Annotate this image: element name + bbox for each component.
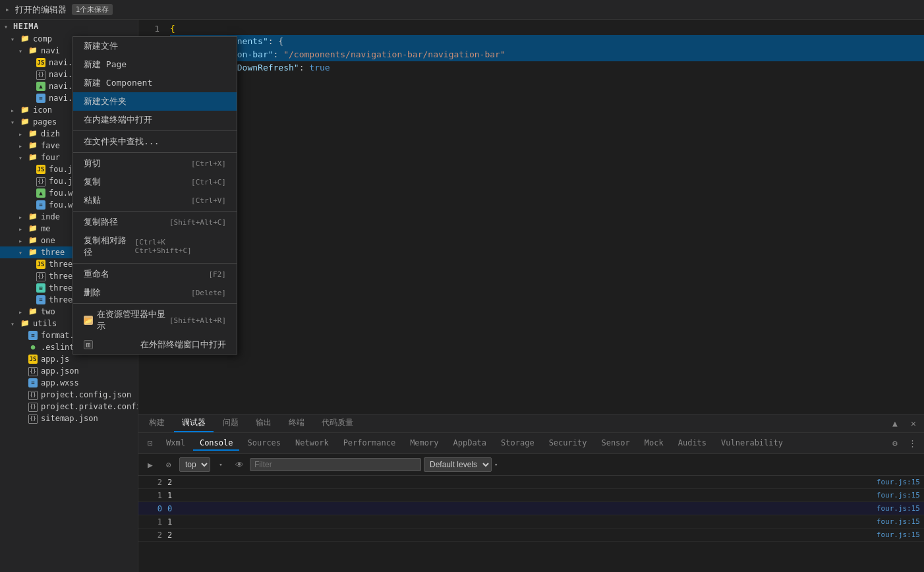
code-content[interactable]: { "usingComponents": { "navigation-bar":… [165,20,924,414]
console-filter-input[interactable] [250,458,421,471]
devtools-tab-audits[interactable]: Audits [672,436,713,451]
folder-icon: 📁 [28,153,38,162]
ctx-copy[interactable]: 复制 [Ctrl+C] [73,173,237,191]
ctx-copy-shortcut: [Ctrl+C] [191,178,226,186]
folder-icon: 📁 [28,224,38,233]
icon-label: icon [33,105,52,115]
editor-area: 1 2 3 { "usingComponents": { "navigation… [138,20,924,414]
ctx-sep-3 [73,211,237,212]
console-run-btn[interactable]: ▶ [142,457,158,472]
sidebar-item-app-wxss[interactable]: ≡ app.wxss [0,377,138,389]
devtools-tab-mock[interactable]: Mock [638,436,670,451]
console-toolbar: ▶ ⊘ top ▾ 👁 Default levels ▾ [138,454,924,476]
ctx-open-external-terminal[interactable]: ⊞ 在外部终端窗口中打开 [73,335,237,354]
console-levels-select[interactable]: Default levels [424,457,492,472]
json-icon: {} [36,70,46,79]
panel-collapse-btn[interactable]: ▲ [887,416,903,432]
ctx-new-page[interactable]: 新建 Page [73,55,237,74]
ctx-reveal-icon: 📂 [84,316,93,325]
folder-icon: 📁 [28,307,38,316]
js-icon: JS [36,260,46,269]
fave-label: fave [41,141,60,150]
devtools-tab-vulnerability[interactable]: Vulnerability [714,436,790,451]
ctx-new-file-label: 新建文件 [84,40,118,52]
ctx-paste[interactable]: 粘贴 [Ctrl+V] [73,191,237,210]
tab-debugger[interactable]: 调试器 [174,415,214,432]
console-top-select[interactable]: top [179,457,210,472]
console-row-source-2[interactable]: four.js:15 [877,491,920,500]
ctx-new-folder[interactable]: 新建文件夹 [73,92,237,111]
devtools-tab-sources[interactable]: Sources [241,436,287,451]
ctx-cut[interactable]: 剪切 [Ctrl+X] [73,154,237,173]
ctx-reveal-explorer[interactable]: 📂 在资源管理器中显示 [Shift+Alt+R] [73,305,237,335]
ctx-delete-shortcut: [Delete] [191,289,226,297]
console-row-source-4[interactable]: four.js:15 [877,517,920,526]
console-row-1: 2 2 four.js:15 [138,476,924,489]
console-eye-btn[interactable]: 👁 [231,457,247,472]
dizh-label: dizh [41,129,60,138]
console-row-linenum-2: 1 [142,491,162,500]
folder-icon: 📁 [20,319,30,328]
ctx-new-component[interactable]: 新建 Component [73,74,237,92]
devtools-tab-network[interactable]: Network [289,436,335,451]
console-dropdown-btn[interactable]: ▾ [213,457,229,472]
ctx-rename[interactable]: 重命名 [F2] [73,265,237,283]
devtools-tab-wxml[interactable]: Wxml [159,436,192,451]
heima-arrow [4,23,12,30]
devtools-tab-appdata[interactable]: AppData [446,436,493,451]
ctx-reveal-label: 在资源管理器中显示 [97,308,169,332]
ctx-open-terminal[interactable]: 在内建终端中打开 [73,111,237,129]
console-row-source-5[interactable]: four.js:15 [877,530,920,539]
two-label: two [41,307,55,316]
tab-issues[interactable]: 问题 [215,415,246,432]
ctx-find-in-folder[interactable]: 在文件夹中查找... [73,132,237,151]
heima-label: HEIMA [13,22,39,31]
console-row-linenum-4: 1 [142,517,162,527]
comp-arrow [11,36,18,43]
wxml-icon: ▲ [36,82,46,91]
devtools-more-btn[interactable]: ⋮ [904,436,920,451]
ctx-delete[interactable]: 删除 [Delete] [73,283,237,302]
sidebar-item-sitemap[interactable]: {} sitemap.json [0,413,138,424]
console-block-btn[interactable]: ⊘ [161,457,177,472]
js-icon: JS [28,355,38,364]
ctx-copy-relative-label: 复制相对路径 [84,235,135,258]
console-row-source-3[interactable]: four.js:15 [877,504,920,513]
tab-quality[interactable]: 代码质量 [314,415,361,432]
devtools-tab-memory[interactable]: Memory [403,436,445,451]
sidebar-item-project-config[interactable]: {} project.config.json [0,389,138,401]
devtools-tab-security[interactable]: Security [542,436,594,451]
ctx-find-label: 在文件夹中查找... [84,136,159,148]
folder-icon: 📁 [28,129,38,138]
tab-output[interactable]: 输出 [248,415,279,432]
console-row-source-1[interactable]: four.js:15 [877,478,920,486]
tab-terminal[interactable]: 终端 [281,415,312,432]
devtools-settings-btn[interactable]: ⚙ [887,436,903,451]
code-line-1: { [170,22,924,35]
project-private-label: project.private.config.js... [41,402,138,411]
tab-build[interactable]: 构建 [141,415,173,432]
devtools-tab-storage[interactable]: Storage [494,436,541,451]
navi-arrow [18,47,26,55]
devtools-inspect-btn[interactable]: ⊡ [142,436,158,451]
console-row-val-2: 1 [167,491,877,500]
devtools-tab-console[interactable]: Console [193,436,240,451]
folder-icon: 📁 [28,248,38,257]
devtools-tab-performance[interactable]: Performance [337,436,402,451]
ctx-copy-relative-path[interactable]: 复制相对路径 [Ctrl+K Ctrl+Shift+C] [73,231,237,262]
sidebar-item-app-js[interactable]: JS app.js [0,353,138,365]
console-output[interactable]: 2 2 four.js:15 1 1 four.js:15 0 0 four.j… [138,476,924,572]
ctx-new-file[interactable]: 新建文件 [73,37,237,55]
panel-more-btn[interactable]: ✕ [906,416,921,432]
sidebar-item-project-private[interactable]: {} project.private.config.js... › [0,401,138,413]
devtools-tab-sensor[interactable]: Sensor [594,436,636,451]
sidebar-item-app-json[interactable]: {} app.json [0,365,138,377]
js-icon: JS [36,165,46,174]
console-row-val-5: 2 [167,530,877,540]
ctx-cut-label: 剪切 [84,157,101,169]
sidebar-heima-header[interactable]: HEIMA [0,20,138,33]
code-view: 1 2 3 { "usingComponents": { "navigation… [138,20,924,414]
folder-icon: 📁 [28,236,38,245]
ctx-copy-path[interactable]: 复制路径 [Shift+Alt+C] [73,213,237,231]
code-line-2: "usingComponents": { [170,35,924,47]
